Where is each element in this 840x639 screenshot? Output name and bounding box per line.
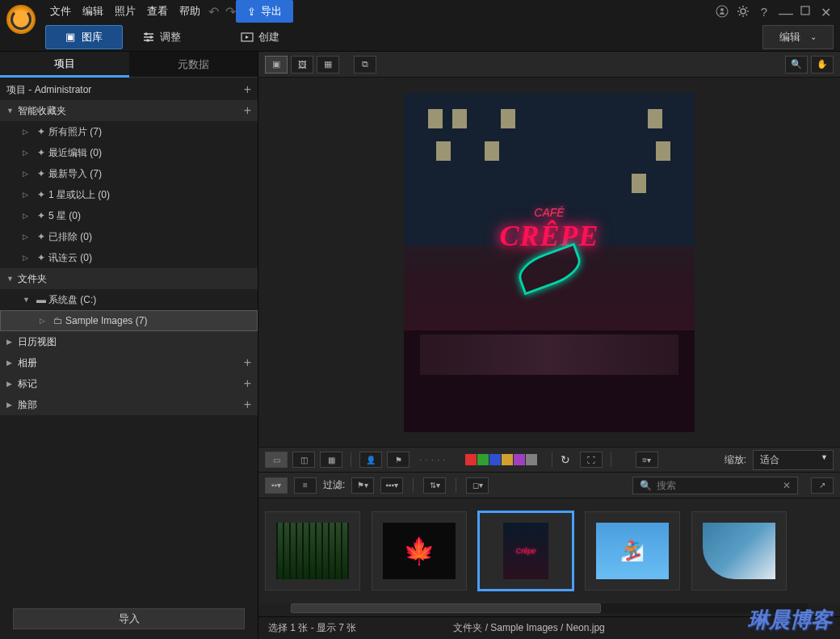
thumb-size-large-icon[interactable]: ▪▪▾ <box>265 477 288 494</box>
add-icon[interactable]: + <box>244 355 251 370</box>
rotate-icon[interactable]: ↻ <box>561 453 570 466</box>
adjust-button[interactable]: 调整 <box>134 26 189 48</box>
thumbnail-scrollbar[interactable] <box>291 603 808 613</box>
search-input[interactable] <box>657 480 778 491</box>
caret-right-icon: ▶ <box>6 338 18 346</box>
smart-icon: ✦ <box>34 231 48 242</box>
thumb-list-icon[interactable]: ≡ <box>294 477 317 494</box>
menu-photo[interactable]: 照片 <box>115 4 136 19</box>
tree-smart-item[interactable]: ▷✦讯连云 (0) <box>0 247 258 268</box>
smart-icon: ✦ <box>34 147 48 158</box>
color-swatch[interactable] <box>514 454 525 465</box>
rating-dots[interactable]: ····· <box>419 454 449 465</box>
help-icon[interactable]: ? <box>758 5 771 18</box>
tab-project[interactable]: 项目 <box>0 52 129 78</box>
sort-icon[interactable]: ≡▾ <box>636 452 658 468</box>
clear-search-icon[interactable]: ✕ <box>783 480 791 491</box>
thumbnail-wave[interactable] <box>691 511 787 591</box>
thumbnail-leaf[interactable] <box>372 511 467 591</box>
color-swatch[interactable] <box>477 454 489 465</box>
add-icon[interactable]: + <box>244 376 251 391</box>
sidebar: 项目 元数据 项目 - Administrator + ▼ 智能收藏夹 + ▷✦… <box>0 52 258 639</box>
filter-toolbar: ▪▪▾ ≡ 过滤: ⚑▾ ▪▪▪▾ ⇅▾ ◻▾ 🔍 ✕ ↗ <box>258 473 840 498</box>
export-button[interactable]: ⇪ 导出 <box>236 0 293 23</box>
maximize-icon[interactable] <box>800 5 813 18</box>
filter-color-icon[interactable]: ◻▾ <box>466 477 489 494</box>
layout-grid-icon[interactable]: ▦ <box>320 452 342 468</box>
search-icon: 🔍 <box>640 480 652 491</box>
undo-icon[interactable]: ↶ <box>208 4 219 19</box>
tree-tag[interactable]: ▶ 标记 + <box>0 373 258 394</box>
add-icon[interactable]: + <box>244 82 251 97</box>
notification-icon[interactable] <box>716 5 729 18</box>
app-logo[interactable] <box>6 5 36 34</box>
minimize-icon[interactable]: — <box>779 5 792 18</box>
tree-folders[interactable]: ▼ 文件夹 <box>0 268 258 289</box>
close-icon[interactable]: ✕ <box>821 5 834 18</box>
edit-dropdown[interactable]: 编辑 ⌄ <box>762 25 834 49</box>
view-compare-icon[interactable]: ⧉ <box>354 56 376 74</box>
caret-right-icon: ▶ <box>6 380 18 388</box>
zoom-tool-icon[interactable]: 🔍 <box>785 56 808 74</box>
library-button[interactable]: ▣ 图库 <box>45 25 123 49</box>
caret-right-icon: ▷ <box>23 128 34 136</box>
layout-split-icon[interactable]: ◫ <box>292 452 315 468</box>
redo-icon[interactable]: ↷ <box>225 4 236 19</box>
filter-flag-icon[interactable]: ⚑▾ <box>351 477 374 494</box>
titlebar: 文件 编辑 照片 查看 帮助 ↶ ↷ ⇪ 导出 ? — ✕ <box>0 0 840 23</box>
preview-pane[interactable]: CAFÉ CRÊPE <box>258 78 840 447</box>
crop-icon[interactable]: ⛶ <box>580 452 603 468</box>
view-image-icon[interactable]: 🖼 <box>291 56 313 74</box>
caret-down-icon: ▼ <box>6 107 18 115</box>
thumbnail-neon[interactable] <box>478 511 573 591</box>
smart-icon: ✦ <box>34 252 48 263</box>
view-grid-icon[interactable]: ▦ <box>317 56 339 74</box>
tree-smart-item[interactable]: ▷✦最新导入 (7) <box>0 163 258 184</box>
tree-smart-item[interactable]: ▷✦已排除 (0) <box>0 226 258 247</box>
external-open-icon[interactable]: ↗ <box>811 477 834 494</box>
thumbnail-ski[interactable] <box>585 511 680 591</box>
color-swatch[interactable] <box>526 454 537 465</box>
tree-smart-item[interactable]: ▷✦5 星 (0) <box>0 205 258 226</box>
menu-view[interactable]: 查看 <box>147 4 168 19</box>
preview-image: CAFÉ CRÊPE <box>404 93 695 432</box>
hand-tool-icon[interactable]: ✋ <box>811 56 834 74</box>
tree-album[interactable]: ▶ 相册 + <box>0 352 258 373</box>
face-tag-icon[interactable]: 👤 <box>359 452 382 468</box>
library-icon: ▣ <box>65 31 75 43</box>
color-swatch[interactable] <box>489 454 501 465</box>
add-icon[interactable]: + <box>244 397 251 412</box>
tree-sample-images[interactable]: ▷ 🗀 Sample Images (7) <box>0 310 258 331</box>
tree-system-disk[interactable]: ▼ ▬ 系统盘 (C:) <box>0 289 258 310</box>
svg-point-5 <box>149 36 153 39</box>
import-button[interactable]: 导入 <box>13 608 245 629</box>
tree-smart-item[interactable]: ▷✦最近编辑 (0) <box>0 142 258 163</box>
thumbnail-forest[interactable] <box>265 511 360 591</box>
view-toolbar: ▣ 🖼 ▦ ⧉ 🔍 ✋ <box>258 52 840 78</box>
menu-help[interactable]: 帮助 <box>179 4 200 19</box>
filter-star-icon[interactable]: ▪▪▪▾ <box>380 477 403 494</box>
layout-single-icon[interactable]: ▭ <box>265 452 288 468</box>
tree-smart-item[interactable]: ▷✦所有照片 (7) <box>0 121 258 142</box>
view-single-icon[interactable]: ▣ <box>265 56 288 74</box>
status-bar: 选择 1 张 - 显示 7 张 文件夹 / Sample Images / Ne… <box>258 616 840 639</box>
filter-sort-icon[interactable]: ⇅▾ <box>423 477 446 494</box>
caret-right-icon: ▷ <box>23 149 34 157</box>
color-swatch[interactable] <box>502 454 513 465</box>
create-button[interactable]: 创建 <box>233 26 288 48</box>
tree-face[interactable]: ▶ 脸部 + <box>0 394 258 415</box>
folder-icon: 🗀 <box>51 315 65 326</box>
color-swatch[interactable] <box>465 454 477 465</box>
flag-icon[interactable]: ⚑ <box>387 452 410 468</box>
tree-smart-collections[interactable]: ▼ 智能收藏夹 + <box>0 100 258 121</box>
tab-metadata[interactable]: 元数据 <box>129 52 258 78</box>
tree-calendar[interactable]: ▶ 日历视图 <box>0 331 258 352</box>
settings-icon[interactable] <box>737 5 750 18</box>
search-box[interactable]: 🔍 ✕ <box>632 477 798 494</box>
tree-smart-item[interactable]: ▷✦1 星或以上 (0) <box>0 184 258 205</box>
tree-root[interactable]: 项目 - Administrator + <box>0 79 258 100</box>
menu-file[interactable]: 文件 <box>50 4 71 19</box>
zoom-select[interactable]: 适合 ▼ <box>753 450 834 470</box>
menu-edit[interactable]: 编辑 <box>82 4 103 19</box>
add-icon[interactable]: + <box>244 103 251 118</box>
